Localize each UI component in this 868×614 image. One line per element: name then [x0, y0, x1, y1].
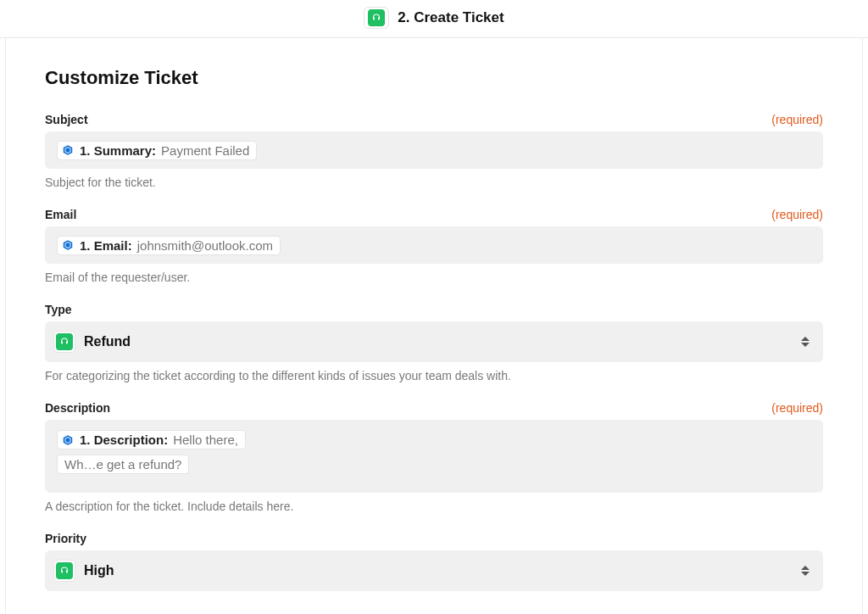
- description-chip[interactable]: 1. Description: Hello there,: [57, 430, 246, 449]
- subject-required: (required): [771, 113, 823, 126]
- email-input[interactable]: 1. Email: johnsmith@outlook.com: [45, 226, 823, 264]
- step-header: 2. Create Ticket: [0, 0, 868, 37]
- description-required: (required): [771, 401, 823, 415]
- email-chip-prefix: 1. Email:: [80, 238, 132, 253]
- section-title: Customize Ticket: [45, 67, 823, 89]
- select-caret-icon: [799, 334, 811, 349]
- email-required: (required): [771, 208, 823, 221]
- field-type: Type Refund For categorizing the ticket …: [45, 303, 823, 382]
- subject-chip-prefix: 1. Summary:: [80, 143, 156, 158]
- description-chip-line2[interactable]: Wh…e get a refund?: [57, 455, 189, 474]
- field-email: Email (required) 1. Email: johnsmith@out…: [45, 208, 823, 284]
- type-help: For categorizing the ticket according to…: [45, 369, 823, 382]
- description-input[interactable]: 1. Description: Hello there, Wh…e get a …: [45, 420, 823, 493]
- freshdesk-icon: [368, 9, 385, 26]
- subject-help: Subject for the ticket.: [45, 176, 823, 189]
- subject-input[interactable]: 1. Summary: Payment Failed: [45, 131, 823, 169]
- freshdesk-icon: [56, 333, 73, 350]
- field-subject: Subject (required) 1. Summary: Payment F…: [45, 113, 823, 189]
- priority-label: Priority: [45, 532, 86, 545]
- email-chip-value: johnsmith@outlook.com: [137, 238, 273, 253]
- type-app-badge: [53, 331, 75, 353]
- field-priority: Priority High: [45, 532, 823, 591]
- email-label: Email: [45, 208, 76, 221]
- source-hex-icon: [61, 143, 75, 157]
- freshdesk-icon: [56, 562, 73, 579]
- source-hex-icon: [61, 433, 75, 447]
- field-description: Description (required) 1. Description: H…: [45, 401, 823, 513]
- description-chip-prefix: 1. Description:: [80, 433, 168, 447]
- subject-label: Subject: [45, 113, 88, 126]
- select-caret-icon: [799, 563, 811, 578]
- email-chip[interactable]: 1. Email: johnsmith@outlook.com: [57, 236, 281, 255]
- description-help: A description for the ticket. Include de…: [45, 500, 823, 513]
- step-title: 2. Create Ticket: [398, 9, 504, 26]
- source-hex-icon: [61, 238, 75, 252]
- email-help: Email of the requester/user.: [45, 271, 823, 284]
- priority-value: High: [84, 563, 114, 578]
- description-chip-value: Hello there,: [173, 433, 238, 447]
- subject-chip-value: Payment Failed: [161, 143, 249, 158]
- priority-select[interactable]: High: [45, 550, 823, 591]
- type-select[interactable]: Refund: [45, 321, 823, 362]
- type-label: Type: [45, 303, 72, 316]
- step-app-badge: [364, 7, 389, 29]
- priority-app-badge: [53, 560, 75, 582]
- description-label: Description: [45, 401, 110, 415]
- subject-chip[interactable]: 1. Summary: Payment Failed: [57, 141, 257, 160]
- page-panel: Customize Ticket Subject (required) 1. S…: [5, 38, 863, 614]
- type-value: Refund: [84, 334, 131, 349]
